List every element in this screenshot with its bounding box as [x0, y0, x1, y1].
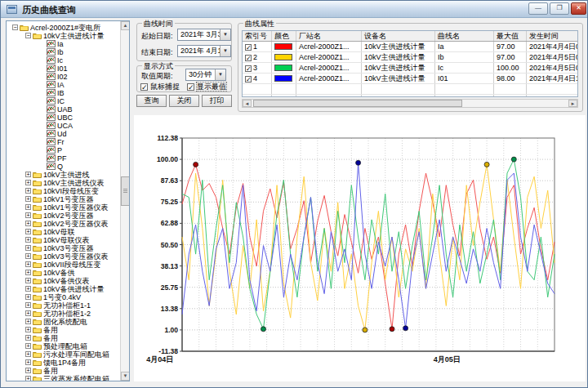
expand-icon[interactable]: +: [25, 180, 31, 185]
mouse-capture-checkbox[interactable]: ✓鼠标捕捉: [140, 82, 180, 92]
period-select[interactable]: 30分钟 ▼: [185, 69, 226, 81]
tree-item[interactable]: +三效蒸发系统配电箱: [7, 374, 119, 381]
collapse-icon[interactable]: −: [12, 25, 18, 30]
tree-item[interactable]: PF: [7, 154, 119, 162]
expand-icon[interactable]: +: [25, 196, 31, 202]
expand-icon[interactable]: +: [25, 188, 31, 194]
tree-item[interactable]: +无功补偿柜1-2: [7, 309, 119, 317]
close-button[interactable]: ✕: [571, 2, 586, 15]
tree-item[interactable]: +备用: [7, 366, 119, 374]
column-header[interactable]: 设备名: [362, 31, 435, 41]
checkbox-checked-icon[interactable]: ✓: [140, 83, 148, 91]
tree-item[interactable]: −Acrel-2000Z1#变电所: [7, 23, 119, 31]
tree-item[interactable]: P: [7, 145, 119, 154]
start-date-select[interactable]: 2021年 3月30 ▼: [177, 29, 231, 41]
title-bar[interactable]: 历史曲线查询 — ❐ ✕: [1, 1, 588, 18]
tree-item[interactable]: +10kV1号变压器: [7, 194, 119, 203]
expand-icon[interactable]: +: [25, 376, 31, 381]
tree-item[interactable]: +10kV3号变压器: [7, 243, 119, 252]
expand-icon[interactable]: +: [25, 286, 31, 292]
tree-item[interactable]: +10kV2号变压器: [7, 211, 119, 219]
expand-icon[interactable]: +: [25, 270, 31, 275]
tree-item[interactable]: I02: [7, 72, 119, 80]
tree-item[interactable]: IA: [7, 80, 119, 88]
column-header[interactable]: 曲线名: [435, 31, 494, 41]
column-header[interactable]: 颜色: [272, 31, 296, 41]
tree-item[interactable]: +10kV主供进线仪表: [7, 178, 119, 186]
history-chart[interactable]: 112.38100.0087.6375.2562.8850.5038.1325.…: [134, 115, 586, 381]
expand-icon[interactable]: +: [25, 221, 31, 226]
tree-item[interactable]: +10kV备供仪表: [7, 276, 119, 284]
tree-item[interactable]: Ic: [7, 56, 119, 64]
dropdown-arrow-icon[interactable]: ▼: [220, 29, 230, 40]
tree-item[interactable]: +10kV主供进线: [7, 170, 119, 178]
column-header[interactable]: 厂站名: [296, 31, 362, 41]
expand-icon[interactable]: +: [25, 204, 31, 210]
expand-icon[interactable]: +: [25, 310, 31, 316]
tree-item[interactable]: +备用: [7, 325, 119, 333]
table-h-scrollbar[interactable]: ◄ ►: [242, 99, 578, 108]
show-extreme-checkbox[interactable]: ✓显示最值: [187, 82, 226, 92]
checkbox-checked-icon[interactable]: ✓: [187, 83, 194, 91]
tree-item[interactable]: UAB: [7, 105, 119, 113]
expand-icon[interactable]: +: [25, 319, 31, 324]
minimize-button[interactable]: —: [528, 2, 548, 15]
tree-item[interactable]: UBC: [7, 113, 119, 121]
row-checkbox[interactable]: ✓: [245, 44, 252, 51]
table-row[interactable]: ✓4Acrel-2000Z1...10kV主供进线计量I0198.002021年…: [243, 74, 577, 84]
expand-icon[interactable]: +: [25, 278, 31, 283]
expand-icon[interactable]: +: [25, 302, 31, 308]
tree-item[interactable]: +馈电1P4备用: [7, 358, 119, 366]
column-header[interactable]: 发生时间: [527, 31, 578, 41]
column-header[interactable]: 索引号: [243, 31, 272, 41]
tree-item[interactable]: Ib: [7, 47, 119, 56]
tree-item[interactable]: I01: [7, 64, 119, 72]
expand-icon[interactable]: +: [25, 327, 31, 332]
tree-item[interactable]: +10kV备供: [7, 268, 119, 276]
tree-scrollbar[interactable]: ▲ ▼: [120, 21, 129, 381]
tree-item[interactable]: +10kV备供进线计量: [7, 284, 119, 292]
tree-item[interactable]: Q: [7, 162, 119, 170]
tree-item[interactable]: +10kV母联: [7, 227, 119, 235]
expand-icon[interactable]: +: [25, 351, 31, 357]
maximize-button[interactable]: ❐: [550, 2, 569, 15]
scroll-left-icon[interactable]: ◄: [243, 100, 252, 107]
tree-item[interactable]: +1号变0.4kV: [7, 292, 119, 301]
row-checkbox[interactable]: ✓: [245, 76, 252, 83]
tree-item[interactable]: +10kV2号变压器仪表: [7, 219, 119, 227]
expand-icon[interactable]: +: [25, 335, 31, 341]
print-button[interactable]: 打印: [202, 95, 232, 107]
expand-icon[interactable]: +: [25, 172, 31, 177]
close-dialog-button[interactable]: 关闭: [169, 95, 199, 107]
tree-scrollbar-thumb[interactable]: [121, 176, 130, 206]
scroll-right-icon[interactable]: ►: [568, 100, 577, 107]
tree-item[interactable]: Ia: [7, 39, 119, 47]
expand-icon[interactable]: +: [25, 368, 31, 373]
tree-item[interactable]: IB: [7, 88, 119, 96]
expand-icon[interactable]: +: [25, 253, 31, 259]
expand-icon[interactable]: +: [25, 237, 31, 243]
dropdown-arrow-icon[interactable]: ▼: [220, 46, 230, 56]
tree-item[interactable]: +10kVII段母线压变: [7, 260, 119, 268]
tree-item[interactable]: +污水处理车间配电箱: [7, 350, 119, 358]
tree-item[interactable]: UCA: [7, 121, 119, 129]
tree-item[interactable]: +10kV1号变压器仪表: [7, 203, 119, 211]
table-row[interactable]: ✓2Acrel-2000Z1...10kV主供进线计量Ib97.002021年4…: [243, 52, 577, 63]
tree-item[interactable]: +10kV母联仪表: [7, 235, 119, 243]
expand-icon[interactable]: +: [25, 245, 31, 251]
dropdown-arrow-icon[interactable]: ▼: [215, 69, 225, 80]
table-scrollbar-thumb[interactable]: [253, 100, 462, 107]
tree-item[interactable]: +备用: [7, 333, 119, 341]
expand-icon[interactable]: +: [25, 359, 31, 365]
expand-icon[interactable]: +: [25, 261, 31, 267]
tree-item[interactable]: +无功补偿柜1-1: [7, 301, 119, 309]
expand-icon[interactable]: +: [25, 212, 31, 218]
row-checkbox[interactable]: ✓: [245, 65, 252, 72]
query-button[interactable]: 查询: [136, 95, 167, 107]
expand-icon[interactable]: +: [25, 229, 31, 234]
table-row[interactable]: ✓3Acrel-2000Z1...10kV主供进线计量Ic100.002021年…: [243, 63, 577, 74]
tree-item[interactable]: +固化系统配电: [7, 317, 119, 325]
tree-item[interactable]: Ud: [7, 129, 119, 137]
expand-icon[interactable]: +: [25, 294, 31, 300]
tree-item[interactable]: +预处理配电箱: [7, 341, 119, 350]
